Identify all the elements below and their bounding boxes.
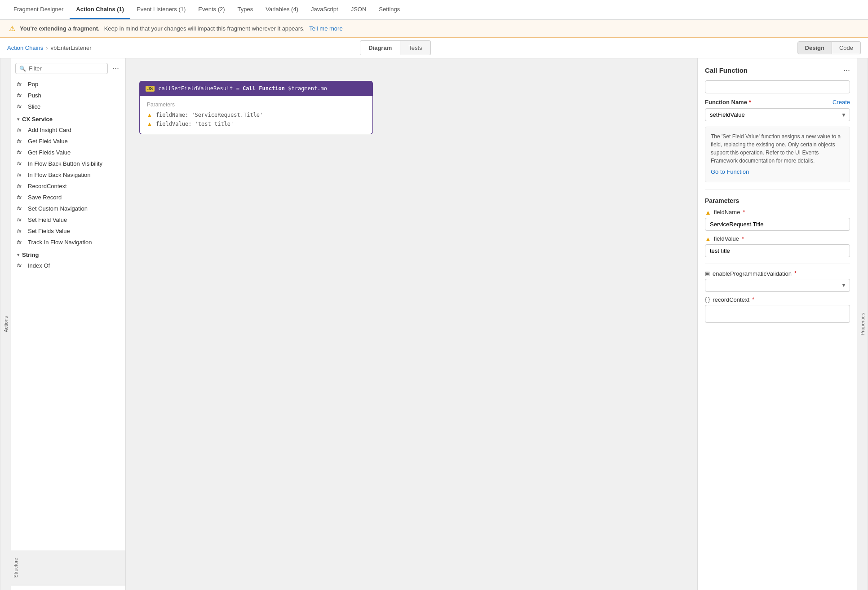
top-tabs-bar: Fragment Designer Action Chains (1) Even… xyxy=(0,0,868,20)
sidebar-item[interactable]: fx Set Field Value xyxy=(11,214,125,225)
collapse-icon: ▾ xyxy=(17,252,19,257)
sidebar-item[interactable]: fx In Flow Back Button Visibility xyxy=(11,158,125,169)
sidebar-item[interactable]: fx Set Custom Navigation xyxy=(11,203,125,214)
structure-label: Structure xyxy=(11,550,125,586)
fx-icon: fx xyxy=(17,103,24,109)
section-header-cx-service[interactable]: ▾ CX Service xyxy=(11,112,125,124)
sidebar-item[interactable]: fx In Flow Back Navigation xyxy=(11,169,125,181)
fx-icon: fx xyxy=(17,183,24,189)
tab-javascript[interactable]: JavaScript xyxy=(305,0,345,19)
sidebar-item-label: Slice xyxy=(28,103,40,110)
node-header: JS callSetFieldValueResult = Call Functi… xyxy=(139,81,373,96)
record-context-input[interactable] xyxy=(705,305,850,323)
enable-programmatic-select-wrap: ▼ xyxy=(705,279,850,292)
fieldvalue-input[interactable] xyxy=(705,244,850,257)
breadcrumb-current: vbEnterListener xyxy=(51,44,92,51)
sidebar-item[interactable]: fx Get Fields Value xyxy=(11,147,125,158)
sidebar-item[interactable]: fx Add Insight Card xyxy=(11,124,125,136)
fx-icon: fx xyxy=(17,138,24,144)
sub-header: Action Chains › vbEnterListener Diagram … xyxy=(0,38,868,58)
function-name-label: Function Name * xyxy=(705,99,751,106)
sidebar-item[interactable]: fx RecordContext xyxy=(11,181,125,192)
sidebar-item-label: In Flow Back Navigation xyxy=(28,172,90,178)
actions-label: Actions xyxy=(0,58,11,590)
function-select-wrap: setFieldValue ▼ xyxy=(705,108,850,121)
warning-icon: ⚠ xyxy=(9,24,15,33)
breadcrumb-link[interactable]: Action Chains xyxy=(7,44,43,51)
filter-row: 🔍 ··· xyxy=(11,63,125,79)
left-sidebar: Actions 🔍 ··· fx Pop fx Push fx Slice xyxy=(0,58,126,590)
tab-json[interactable]: JSON xyxy=(345,0,373,19)
tab-tests[interactable]: Tests xyxy=(400,40,430,55)
params-label: Parameters xyxy=(147,101,365,108)
section-header-string[interactable]: ▾ String xyxy=(11,248,125,260)
view-code-button[interactable]: Code xyxy=(832,41,861,54)
create-link[interactable]: Create xyxy=(833,99,850,106)
function-name-select[interactable]: setFieldValue xyxy=(705,108,850,121)
sub-tabs-and-view: Diagram Tests Design Code xyxy=(360,40,861,55)
fx-icon: fx xyxy=(17,216,24,222)
panel-search-input[interactable] xyxy=(705,80,850,93)
tab-diagram[interactable]: Diagram xyxy=(360,40,400,55)
sidebar-item[interactable]: fx Get Field Value xyxy=(11,136,125,147)
tab-fragment-designer[interactable]: Fragment Designer xyxy=(7,0,70,19)
enable-programmatic-label: ▣ enableProgrammaticValidation * xyxy=(705,270,850,277)
action-node[interactable]: JS callSetFieldValueResult = Call Functi… xyxy=(139,81,373,134)
description-text: The 'Set Field Value' function assigns a… xyxy=(711,133,841,164)
sidebar-item[interactable]: fx Push xyxy=(11,90,125,101)
function-name-field: Function Name * Create setFieldValue ▼ xyxy=(705,99,850,121)
tab-types[interactable]: Types xyxy=(231,0,260,19)
sidebar-item[interactable]: fx Index Of xyxy=(11,260,125,271)
sidebar-item-label: Get Fields Value xyxy=(28,149,71,156)
go-to-function-link[interactable]: Go to Function xyxy=(711,167,749,176)
sidebar-item[interactable]: fx Set Fields Value xyxy=(11,225,125,237)
divider xyxy=(705,264,850,264)
sidebar-item[interactable]: fx Track In Flow Navigation xyxy=(11,237,125,248)
right-panel: Call Function ··· Function Name * Create… xyxy=(697,58,868,590)
properties-label: Properties xyxy=(857,58,868,590)
sidebar-item[interactable]: fx Pop xyxy=(11,79,125,90)
sidebar-item-label: Set Field Value xyxy=(28,216,67,223)
fieldvalue-text: fieldValue xyxy=(714,235,739,242)
param-a-icon: ▲ xyxy=(705,235,711,242)
sidebar-item-label: Track In Flow Navigation xyxy=(28,239,92,246)
filter-input[interactable] xyxy=(29,65,104,72)
warning-link[interactable]: Tell me more xyxy=(309,25,342,32)
enable-programmatic-select[interactable] xyxy=(705,279,850,292)
tab-settings[interactable]: Settings xyxy=(372,0,406,19)
fx-icon: fx xyxy=(17,228,24,233)
required-star: * xyxy=(794,270,797,277)
parameters-section: Parameters ▲ fieldName * ▲ fieldValue xyxy=(705,197,850,323)
panel-title: Call Function xyxy=(705,66,748,74)
divider xyxy=(705,189,850,190)
collapse-icon: ▾ xyxy=(17,117,19,122)
warning-description: Keep in mind that your changes will impa… xyxy=(104,25,305,32)
fieldvalue-label: ▲ fieldValue * xyxy=(705,235,850,242)
sidebar-item[interactable]: fx Slice xyxy=(11,101,125,112)
tab-action-chains[interactable]: Action Chains (1) xyxy=(70,0,130,19)
param-text: fieldValue: 'test title' xyxy=(156,121,234,127)
view-toggle: Design Code xyxy=(797,41,861,54)
warning-bold-text: You're extending a fragment. xyxy=(20,25,100,32)
param-icon: ▲ xyxy=(147,112,152,118)
sidebar-item[interactable]: fx Save Record xyxy=(11,192,125,203)
filter-input-wrap[interactable]: 🔍 xyxy=(15,63,108,74)
enable-programmatic-param-field: ▣ enableProgrammaticValidation * ▼ xyxy=(705,270,850,292)
fx-icon: fx xyxy=(17,127,24,132)
sidebar-item-label: Pop xyxy=(28,81,38,88)
description-box: The 'Set Field Value' function assigns a… xyxy=(705,127,850,182)
warning-banner: ⚠ You're extending a fragment. Keep in m… xyxy=(0,20,868,38)
tab-variables[interactable]: Variables (4) xyxy=(259,0,305,19)
tab-event-listeners[interactable]: Event Listeners (1) xyxy=(130,0,192,19)
record-context-param-field: { } recordContext * xyxy=(705,296,850,323)
param-row: ▲ fieldName: 'ServiceRequest.Title' xyxy=(147,110,365,119)
tab-events[interactable]: Events (2) xyxy=(192,0,231,19)
more-options-button[interactable]: ··· xyxy=(111,63,121,74)
fieldname-input[interactable] xyxy=(705,218,850,231)
view-design-button[interactable]: Design xyxy=(797,41,832,54)
fx-icon: fx xyxy=(17,239,24,245)
param-icon: ▲ xyxy=(147,121,152,127)
sidebar-item-label: Add Insight Card xyxy=(28,127,71,133)
param-braces-icon: { } xyxy=(705,296,710,303)
more-options-button[interactable]: ··· xyxy=(843,66,850,75)
